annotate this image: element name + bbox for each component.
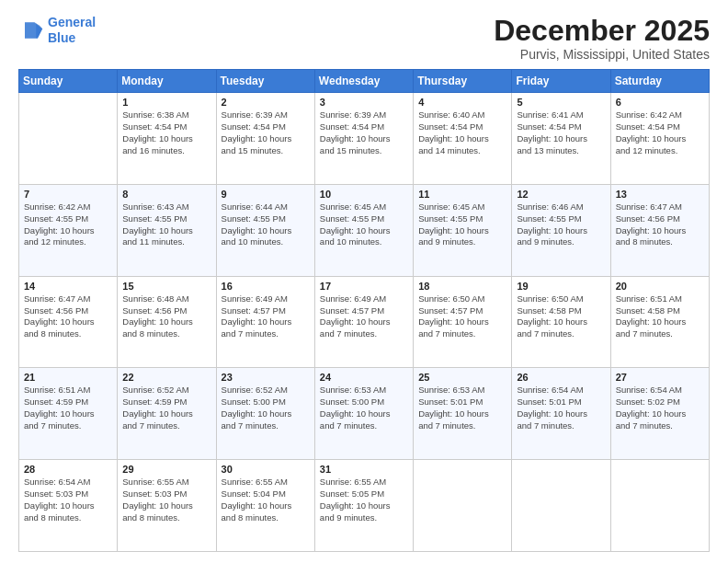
table-row: 14Sunrise: 6:47 AMSunset: 4:56 PMDayligh…: [19, 276, 118, 368]
calendar-header-row: Sunday Monday Tuesday Wednesday Thursday…: [19, 70, 710, 93]
col-monday: Monday: [118, 70, 216, 93]
day-detail: Sunrise: 6:46 AMSunset: 4:55 PMDaylight:…: [517, 201, 605, 248]
day-number: 10: [320, 189, 408, 200]
table-row: 6Sunrise: 6:42 AMSunset: 4:54 PMDaylight…: [610, 93, 709, 185]
calendar-table: Sunday Monday Tuesday Wednesday Thursday…: [18, 69, 710, 552]
main-title: December 2025: [494, 15, 710, 47]
table-row: 18Sunrise: 6:50 AMSunset: 4:57 PMDayligh…: [414, 276, 512, 368]
title-block: December 2025 Purvis, Mississippi, Unite…: [494, 15, 710, 62]
day-detail: Sunrise: 6:53 AMSunset: 5:01 PMDaylight:…: [418, 385, 506, 431]
day-detail: Sunrise: 6:40 AMSunset: 4:54 PMDaylight:…: [418, 109, 506, 156]
day-number: 20: [616, 281, 704, 292]
table-row: 10Sunrise: 6:45 AMSunset: 4:55 PMDayligh…: [314, 184, 413, 276]
day-number: 4: [418, 97, 506, 108]
table-row: 24Sunrise: 6:53 AMSunset: 5:00 PMDayligh…: [314, 368, 413, 460]
table-row: [610, 460, 709, 552]
day-detail: Sunrise: 6:47 AMSunset: 4:56 PMDaylight:…: [24, 293, 112, 340]
day-detail: Sunrise: 6:50 AMSunset: 4:58 PMDaylight:…: [517, 293, 605, 340]
table-row: 12Sunrise: 6:46 AMSunset: 4:55 PMDayligh…: [512, 184, 610, 276]
table-row: 20Sunrise: 6:51 AMSunset: 4:58 PMDayligh…: [610, 276, 709, 368]
logo: General Blue: [18, 15, 96, 46]
day-detail: Sunrise: 6:47 AMSunset: 4:56 PMDaylight:…: [616, 201, 704, 248]
day-number: 3: [320, 97, 408, 108]
table-row: 3Sunrise: 6:39 AMSunset: 4:54 PMDaylight…: [314, 93, 413, 185]
calendar-week-5: 28Sunrise: 6:54 AMSunset: 5:03 PMDayligh…: [19, 460, 710, 552]
day-number: 2: [222, 97, 310, 108]
day-detail: Sunrise: 6:54 AMSunset: 5:03 PMDaylight:…: [24, 477, 112, 523]
day-number: 5: [517, 97, 605, 108]
table-row: 9Sunrise: 6:44 AMSunset: 4:55 PMDaylight…: [216, 184, 314, 276]
day-detail: Sunrise: 6:49 AMSunset: 4:57 PMDaylight:…: [320, 293, 408, 340]
table-row: 21Sunrise: 6:51 AMSunset: 4:59 PMDayligh…: [19, 368, 118, 460]
table-row: 5Sunrise: 6:41 AMSunset: 4:54 PMDaylight…: [512, 93, 610, 185]
day-number: 11: [418, 189, 506, 200]
col-wednesday: Wednesday: [314, 70, 413, 93]
day-number: 30: [222, 464, 310, 475]
table-row: [414, 460, 512, 552]
day-detail: Sunrise: 6:51 AMSunset: 4:59 PMDaylight:…: [24, 385, 112, 431]
day-number: 7: [24, 189, 112, 200]
day-detail: Sunrise: 6:42 AMSunset: 4:54 PMDaylight:…: [616, 109, 704, 156]
day-number: 1: [122, 97, 210, 108]
day-number: 28: [24, 464, 112, 475]
table-row: 26Sunrise: 6:54 AMSunset: 5:01 PMDayligh…: [512, 368, 610, 460]
day-number: 18: [418, 281, 506, 292]
calendar-week-2: 7Sunrise: 6:42 AMSunset: 4:55 PMDaylight…: [19, 184, 710, 276]
table-row: 8Sunrise: 6:43 AMSunset: 4:55 PMDaylight…: [118, 184, 216, 276]
day-detail: Sunrise: 6:39 AMSunset: 4:54 PMDaylight:…: [222, 109, 310, 156]
table-row: 15Sunrise: 6:48 AMSunset: 4:56 PMDayligh…: [118, 276, 216, 368]
day-detail: Sunrise: 6:55 AMSunset: 5:03 PMDaylight:…: [122, 477, 210, 523]
day-number: 12: [517, 189, 605, 200]
day-detail: Sunrise: 6:39 AMSunset: 4:54 PMDaylight:…: [320, 109, 408, 156]
col-friday: Friday: [512, 70, 610, 93]
day-detail: Sunrise: 6:45 AMSunset: 4:55 PMDaylight:…: [418, 201, 506, 248]
day-detail: Sunrise: 6:51 AMSunset: 4:58 PMDaylight:…: [616, 293, 704, 340]
day-number: 15: [122, 281, 210, 292]
day-detail: Sunrise: 6:45 AMSunset: 4:55 PMDaylight:…: [320, 201, 408, 248]
calendar-week-1: 1Sunrise: 6:38 AMSunset: 4:54 PMDaylight…: [19, 93, 710, 185]
day-number: 17: [320, 281, 408, 292]
table-row: 27Sunrise: 6:54 AMSunset: 5:02 PMDayligh…: [610, 368, 709, 460]
table-row: 30Sunrise: 6:55 AMSunset: 5:04 PMDayligh…: [216, 460, 314, 552]
day-number: 9: [222, 189, 310, 200]
table-row: [512, 460, 610, 552]
calendar-week-3: 14Sunrise: 6:47 AMSunset: 4:56 PMDayligh…: [19, 276, 710, 368]
col-tuesday: Tuesday: [216, 70, 314, 93]
logo-icon: [18, 17, 44, 43]
table-row: 7Sunrise: 6:42 AMSunset: 4:55 PMDaylight…: [19, 184, 118, 276]
table-row: 11Sunrise: 6:45 AMSunset: 4:55 PMDayligh…: [414, 184, 512, 276]
table-row: 2Sunrise: 6:39 AMSunset: 4:54 PMDaylight…: [216, 93, 314, 185]
day-detail: Sunrise: 6:52 AMSunset: 4:59 PMDaylight:…: [122, 385, 210, 431]
logo-general: General: [48, 15, 96, 29]
day-number: 8: [122, 189, 210, 200]
day-number: 6: [616, 97, 704, 108]
day-number: 26: [517, 372, 605, 383]
header: General Blue December 2025 Purvis, Missi…: [18, 15, 710, 62]
day-number: 14: [24, 281, 112, 292]
day-detail: Sunrise: 6:48 AMSunset: 4:56 PMDaylight:…: [122, 293, 210, 340]
logo-text: General Blue: [48, 15, 96, 46]
table-row: 31Sunrise: 6:55 AMSunset: 5:05 PMDayligh…: [314, 460, 413, 552]
day-detail: Sunrise: 6:52 AMSunset: 5:00 PMDaylight:…: [222, 385, 310, 431]
day-detail: Sunrise: 6:41 AMSunset: 4:54 PMDaylight:…: [517, 109, 605, 156]
col-sunday: Sunday: [19, 70, 118, 93]
day-number: 29: [122, 464, 210, 475]
day-detail: Sunrise: 6:55 AMSunset: 5:04 PMDaylight:…: [222, 477, 310, 523]
day-number: 25: [418, 372, 506, 383]
calendar-week-4: 21Sunrise: 6:51 AMSunset: 4:59 PMDayligh…: [19, 368, 710, 460]
table-row: 16Sunrise: 6:49 AMSunset: 4:57 PMDayligh…: [216, 276, 314, 368]
day-detail: Sunrise: 6:43 AMSunset: 4:55 PMDaylight:…: [122, 201, 210, 248]
table-row: 1Sunrise: 6:38 AMSunset: 4:54 PMDaylight…: [118, 93, 216, 185]
day-detail: Sunrise: 6:54 AMSunset: 5:01 PMDaylight:…: [517, 385, 605, 431]
table-row: 19Sunrise: 6:50 AMSunset: 4:58 PMDayligh…: [512, 276, 610, 368]
table-row: 13Sunrise: 6:47 AMSunset: 4:56 PMDayligh…: [610, 184, 709, 276]
table-row: 23Sunrise: 6:52 AMSunset: 5:00 PMDayligh…: [216, 368, 314, 460]
day-detail: Sunrise: 6:50 AMSunset: 4:57 PMDaylight:…: [418, 293, 506, 340]
table-row: 28Sunrise: 6:54 AMSunset: 5:03 PMDayligh…: [19, 460, 118, 552]
col-saturday: Saturday: [610, 70, 709, 93]
day-detail: Sunrise: 6:54 AMSunset: 5:02 PMDaylight:…: [616, 385, 704, 431]
table-row: 29Sunrise: 6:55 AMSunset: 5:03 PMDayligh…: [118, 460, 216, 552]
day-number: 22: [122, 372, 210, 383]
table-row: 4Sunrise: 6:40 AMSunset: 4:54 PMDaylight…: [414, 93, 512, 185]
day-detail: Sunrise: 6:55 AMSunset: 5:05 PMDaylight:…: [320, 477, 408, 523]
